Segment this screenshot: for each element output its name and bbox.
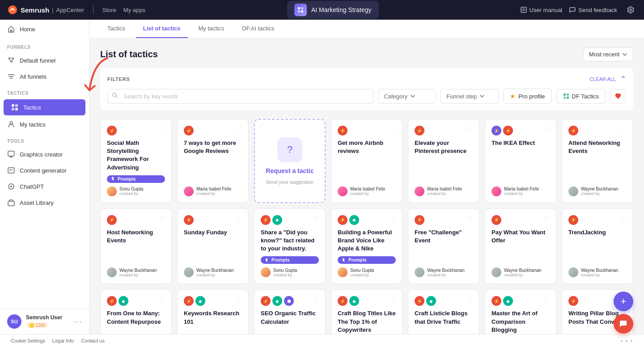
author-avatar: [338, 267, 347, 277]
card-favorite-btn[interactable]: ♡: [621, 126, 627, 133]
card-favorite-btn[interactable]: ♡: [236, 215, 242, 222]
settings-icon[interactable]: [624, 4, 637, 16]
card-favorite-btn[interactable]: ♡: [467, 215, 473, 222]
card-favorite-btn[interactable]: ♡: [544, 215, 550, 222]
tactic-card-1[interactable]: ⚡ ♡ Social Math Storytelling Framework F…: [100, 119, 172, 203]
sidebar-item-default-funnel[interactable]: Default funnel: [0, 52, 89, 68]
my-tactics-icon: [7, 120, 15, 128]
tab-df-ai-tactics[interactable]: DF.AI tactics: [235, 20, 281, 38]
category-filter[interactable]: Category: [378, 89, 436, 104]
tactic-card-15[interactable]: ⚡ ◆ ♡ From One to Many: Content Repurpos…: [100, 289, 172, 334]
tactic-card-8[interactable]: ⚡ ♡ Host Networking Events Wayne Buckhan…: [100, 208, 172, 284]
user-more-menu[interactable]: ⋯: [74, 317, 82, 326]
app-title-text: AI Marketing Strategy: [311, 6, 372, 13]
card-favorite-btn[interactable]: ♡: [313, 215, 319, 222]
tactic-card-17[interactable]: ⚡ ◆ ⬟ ♡ SEO Organic Traffic Calculator c…: [254, 289, 326, 334]
tactic-card-18[interactable]: ⚡ ◆ ♡ Craft Blog Titles Like The Top 1% …: [331, 289, 402, 334]
tactic-card-9[interactable]: ⚡ ♡ Sunday Funday Wayne Buckhanan create…: [177, 208, 249, 284]
card-header: ⚡ ♡: [491, 215, 550, 225]
nav-myapps-link[interactable]: My apps: [123, 7, 145, 13]
collapse-filters-btn[interactable]: ⌃: [620, 75, 626, 83]
sidebar-item-graphics-creator[interactable]: Graphics creator: [0, 146, 89, 162]
df-tactics-btn[interactable]: DF Tactics: [556, 89, 606, 104]
send-feedback-btn[interactable]: Send feedback: [569, 7, 617, 13]
author-avatar: [107, 267, 117, 277]
tactic-card-14[interactable]: ⚡ ♡ TrendJacking Wayne Buckhanan created…: [562, 208, 633, 284]
sidebar-item-content-generator[interactable]: Content generator: [0, 162, 89, 178]
tactic-card-2[interactable]: ⚡ ♡ 7 ways to get more Google Reviews Ma…: [177, 119, 249, 203]
favorites-btn[interactable]: [610, 89, 626, 103]
add-fab-button[interactable]: +: [614, 292, 633, 311]
tactic-card-5[interactable]: ⚡ ♡ Elevate your Pinterest presence Mari…: [408, 119, 479, 203]
tab-list-of-tactics[interactable]: List of tactics: [136, 20, 188, 38]
sidebar-item-asset-library[interactable]: Asset Library: [0, 195, 89, 211]
card-favorite-btn[interactable]: ♡: [467, 126, 473, 133]
tab-my-tactics[interactable]: My tactics: [191, 20, 232, 38]
card-badges: ⚡ ◆: [338, 215, 359, 225]
card-badges: ⚡: [107, 126, 117, 135]
legal-info-link[interactable]: Legal Info: [52, 338, 74, 343]
card-header: ⚡ ◆ ♡: [415, 296, 473, 306]
author-name: Wayne Buckhanan: [196, 268, 234, 273]
request-subtext: Send your suggestion: [266, 179, 314, 185]
author-info: Sonu Gupta created by: [119, 186, 143, 196]
sidebar-item-home[interactable]: Home: [0, 20, 89, 38]
card-favorite-btn[interactable]: ♡: [621, 215, 627, 222]
card-favorite-btn[interactable]: ♡: [390, 215, 396, 222]
semrush-logo[interactable]: Semrush | AppCenter: [7, 4, 84, 15]
tab-tactics[interactable]: Tactics: [100, 20, 132, 38]
card-title-7: Attend Networking Events: [568, 139, 627, 159]
card-favorite-btn[interactable]: ♡: [159, 126, 165, 133]
user-manual-btn[interactable]: User manual: [521, 7, 563, 13]
sidebar-item-chatgpt[interactable]: ChatGPT: [0, 178, 89, 195]
chat-fab-button[interactable]: [614, 314, 633, 334]
tactic-card-20[interactable]: ⚡ ◆ ♡ Master the Art of Comparison Blogg…: [485, 289, 556, 334]
badge-teal: ◆: [503, 296, 513, 306]
tactic-card-10[interactable]: ⚡ ◆ ♡ Share a "Did you know?" fact relat…: [254, 208, 326, 284]
card-favorite-btn[interactable]: ♡: [313, 296, 319, 303]
tactic-card-4[interactable]: ⚡ ♡ Get more Airbnb reviews Maria Isabel…: [331, 119, 402, 203]
badge-orange: ⚡: [338, 126, 347, 135]
tactic-card-19[interactable]: ⚡ ◆ ♡ Craft Listicle Blogs that Drive Tr…: [408, 289, 479, 334]
request-tactic-card[interactable]: ? Request a tactic Send your suggestion: [254, 119, 326, 203]
tabs-bar: Tactics List of tactics My tactics DF.AI…: [89, 20, 644, 38]
user-avatar: SU: [7, 314, 21, 329]
author-avatar: [491, 267, 501, 277]
card-title-15: From One to Many: Content Repurpose: [107, 309, 165, 326]
tactic-card-11[interactable]: ⚡ ◆ ♡ Building a Powerful Brand Voice Li…: [331, 208, 402, 284]
funnel-step-filter[interactable]: Funnel step: [441, 89, 499, 104]
sidebar-item-all-funnels[interactable]: All funnels: [0, 68, 89, 85]
author-info: Wayne Buckhanan created by: [504, 268, 542, 277]
sort-dropdown[interactable]: Most recent: [583, 47, 633, 61]
tactic-card-16[interactable]: ⚡ ◆ ♡ Keywords Research 101 created by: [177, 289, 249, 334]
clear-all-btn[interactable]: CLEAR ALL: [589, 76, 616, 82]
request-title: Request a tactic: [266, 167, 314, 175]
cookie-settings-link[interactable]: Cookie Settings: [11, 338, 45, 343]
card-favorite-btn[interactable]: ♡: [390, 296, 396, 303]
card-footer: Sonu Gupta created by: [338, 267, 396, 277]
card-favorite-btn[interactable]: ♡: [544, 296, 550, 303]
nav-store-link[interactable]: Store: [102, 7, 116, 13]
tactic-card-7[interactable]: ⚡ ♡ Attend Networking Events Wayne Buckh…: [562, 119, 633, 203]
tactic-card-13[interactable]: ⚡ ♡ Pay What You Want Offer Wayne Buckha…: [485, 208, 556, 284]
card-title-8: Host Networking Events: [107, 229, 165, 245]
card-favorite-btn[interactable]: ♡: [390, 126, 396, 133]
tactic-card-12[interactable]: ⚡ ♡ Free "Challenge" Event Wayne Buckhan…: [408, 208, 479, 284]
author-avatar: [184, 267, 194, 277]
sidebar-item-my-tactics[interactable]: My tactics: [0, 116, 89, 132]
card-favorite-btn[interactable]: ♡: [467, 296, 473, 303]
contact-us-link[interactable]: Contact us: [81, 338, 105, 343]
card-favorite-btn[interactable]: ♡: [544, 126, 550, 133]
tactic-card-6[interactable]: ⚡ ⚡ ♡ The IKEA Effect Maria Isabel Felix…: [485, 119, 556, 203]
card-favorite-btn[interactable]: ♡: [159, 296, 165, 303]
funnel-icon: [7, 56, 15, 64]
search-input[interactable]: [107, 89, 373, 104]
card-footer: Maria Isabel Felix created by: [338, 186, 396, 196]
card-favorite-btn[interactable]: ♡: [236, 296, 242, 303]
svg-rect-18: [564, 93, 566, 96]
pro-profile-btn[interactable]: ★ Pro profile: [503, 89, 551, 104]
card-favorite-btn[interactable]: ♡: [236, 126, 242, 133]
sidebar-item-tactics[interactable]: Tactics: [4, 99, 85, 115]
author-info: Wayne Buckhanan created by: [581, 186, 619, 196]
card-favorite-btn[interactable]: ♡: [159, 215, 165, 222]
